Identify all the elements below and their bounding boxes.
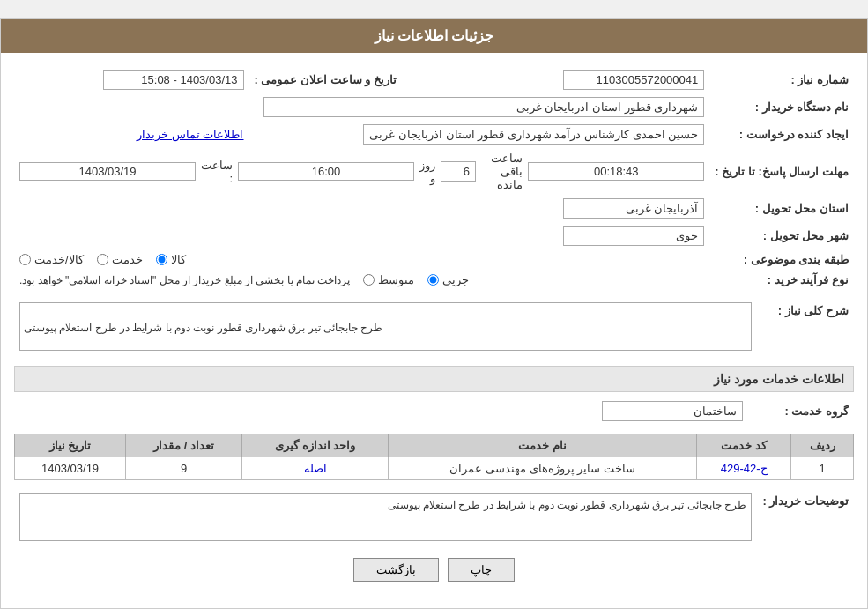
radio-kala-input[interactable] xyxy=(156,254,167,265)
radio-jozei-input[interactable] xyxy=(427,274,439,286)
radio-mottasat-input[interactable] xyxy=(363,274,375,286)
province-box: آذربایجان غربی xyxy=(563,198,704,219)
row-code: ج-42-429 xyxy=(696,457,790,480)
date-value: 1403/03/13 - 15:08 xyxy=(14,66,249,93)
buyer-desc-text: طرح جابجائی تیر برق شهرداری قطور نوبت دو… xyxy=(388,499,746,511)
radio-kala-label: کالا xyxy=(171,253,186,266)
page-title: جزئیات اطلاعات نیاز xyxy=(1,19,867,53)
radio-kala-khadamat-input[interactable] xyxy=(19,254,31,265)
city-box: خوی xyxy=(563,226,704,246)
services-header: اطلاعات خدمات مورد نیاز xyxy=(14,366,854,392)
col-name: نام خدمت xyxy=(389,434,697,457)
creator-label: ایجاد کننده درخواست : xyxy=(709,121,854,148)
row-unit: اصله xyxy=(242,457,389,480)
creator-box: حسین احمدی کارشناس درآمد شهرداری قطور اس… xyxy=(363,124,704,145)
deadline-time-label: ساعت : xyxy=(201,159,233,185)
deadline-label: مهلت ارسال پاسخ: تا تاریخ : xyxy=(709,148,854,195)
row-date: 1403/03/19 xyxy=(15,457,126,480)
deadline-days-box: 6 xyxy=(441,161,476,182)
remaining-label: ساعت باقی مانده xyxy=(481,152,523,191)
table-row: 1 ج-42-429 ساخت سایر پروژه‌های مهندسی عم… xyxy=(15,457,854,480)
purchase-note: پرداخت تمام یا بخشی از مبلغ خریدار از مح… xyxy=(19,274,350,286)
radio-khadamat[interactable]: خدمت xyxy=(97,253,143,266)
radio-jozei[interactable]: جزیی xyxy=(427,273,469,286)
contact-link[interactable]: اطلاعات تماس خریدار xyxy=(137,128,243,141)
radio-khadamat-label: خدمت xyxy=(112,253,143,266)
deadline-days-label: روز و xyxy=(419,159,435,185)
date-box: 1403/03/13 - 15:08 xyxy=(103,70,244,90)
row-number: 1 xyxy=(791,457,854,480)
col-qty: تعداد / مقدار xyxy=(126,434,242,457)
radio-kala-khadamat-label: کالا/خدمت xyxy=(34,253,84,266)
radio-khadamat-input[interactable] xyxy=(97,254,108,265)
print-button[interactable]: چاپ xyxy=(448,558,515,582)
city-label: شهر محل تحویل : xyxy=(709,222,854,249)
radio-mottasat-label: متوسط xyxy=(378,273,414,286)
radio-kala[interactable]: کالا xyxy=(156,253,186,266)
radio-mottasat[interactable]: متوسط xyxy=(363,273,414,286)
back-button[interactable]: بازگشت xyxy=(353,558,439,582)
radio-kala-khadamat[interactable]: کالا/خدمت xyxy=(19,253,84,266)
col-row: ردیف xyxy=(791,434,854,457)
radio-jozei-label: جزیی xyxy=(442,273,469,286)
category-label: طبقه بندی موضوعی : xyxy=(709,249,854,270)
date-label: تاریخ و ساعت اعلان عمومی : xyxy=(249,66,402,93)
description-textarea[interactable] xyxy=(19,302,752,351)
deadline-time-box: 16:00 xyxy=(238,162,414,181)
services-table: ردیف کد خدمت نام خدمت واحد اندازه گیری ت… xyxy=(14,434,854,480)
niyaz-number-value: 1103005572000041 xyxy=(402,66,709,93)
buyer-org-label: نام دستگاه خریدار : xyxy=(709,93,854,121)
service-group-label: گروه خدمت : xyxy=(748,397,854,425)
service-group-box: ساختمان xyxy=(602,401,743,421)
col-code: کد خدمت xyxy=(696,434,790,457)
deadline-date-box: 1403/03/19 xyxy=(19,162,196,181)
description-label: شرح کلی نیاز : xyxy=(757,299,854,357)
remaining-time-box: 00:18:43 xyxy=(528,162,704,181)
niyaz-number-label: شماره نیاز : xyxy=(709,66,854,93)
buyer-desc-label: توضیحات خریدار : xyxy=(757,489,854,545)
row-qty: 9 xyxy=(126,457,242,480)
row-name: ساخت سایر پروژه‌های مهندسی عمران xyxy=(389,457,697,480)
col-unit: واحد اندازه گیری xyxy=(242,434,389,457)
niyaz-number-box: 1103005572000041 xyxy=(563,70,704,90)
province-label: استان محل تحویل : xyxy=(709,195,854,222)
col-date: تاریخ نیاز xyxy=(15,434,126,457)
purchase-type-label: نوع فرآیند خرید : xyxy=(709,270,854,290)
buttons-row: بازگشت چاپ xyxy=(14,558,854,582)
buyer-org-box: شهرداری قطور استان اذربایجان غربی xyxy=(263,97,704,117)
